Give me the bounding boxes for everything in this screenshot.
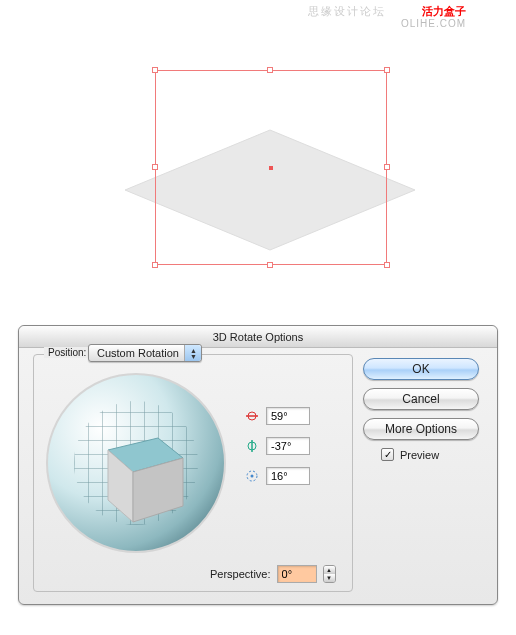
position-select-value: Custom Rotation	[97, 347, 179, 359]
x-axis-icon	[244, 408, 260, 424]
watermark-url: OLIHE.COM	[401, 18, 466, 29]
perspective-label: Perspective:	[210, 568, 271, 580]
watermark-cn: 思缘设计论坛	[308, 4, 386, 19]
perspective-stepper[interactable]: ▲ ▼	[323, 565, 336, 583]
z-axis-icon	[244, 468, 260, 484]
rotation-trackball[interactable]	[46, 373, 226, 553]
resize-handle-tl[interactable]	[152, 67, 158, 73]
stepper-down-icon[interactable]: ▼	[324, 574, 335, 582]
rotation-fieldset: Position: Custom Rotation ▲▼	[33, 354, 353, 592]
resize-handle-ml[interactable]	[152, 164, 158, 170]
resize-handle-br[interactable]	[384, 262, 390, 268]
cube-preview-icon	[88, 420, 198, 530]
cancel-button[interactable]: Cancel	[363, 388, 479, 410]
y-axis-icon	[244, 438, 260, 454]
watermark-brand: 活力盒子	[422, 4, 466, 19]
ok-button[interactable]: OK	[363, 358, 479, 380]
resize-handle-mr[interactable]	[384, 164, 390, 170]
z-rotation-input[interactable]	[266, 467, 310, 485]
position-label: Position:	[44, 347, 90, 358]
dialog-3d-rotate-options: 3D Rotate Options Position: Custom Rotat…	[18, 325, 498, 605]
perspective-input[interactable]	[277, 565, 317, 583]
x-rotation-input[interactable]	[266, 407, 310, 425]
selection-bounding-box[interactable]	[155, 70, 387, 265]
resize-handle-bl[interactable]	[152, 262, 158, 268]
resize-handle-tm[interactable]	[267, 67, 273, 73]
y-rotation-input[interactable]	[266, 437, 310, 455]
stepper-up-icon[interactable]: ▲	[324, 566, 335, 574]
selection-center-icon	[269, 166, 273, 170]
svg-point-9	[251, 475, 254, 478]
updown-arrows-icon: ▲▼	[190, 348, 197, 360]
resize-handle-tr[interactable]	[384, 67, 390, 73]
position-select[interactable]: Custom Rotation ▲▼	[88, 344, 202, 362]
preview-checkbox[interactable]: ✓	[381, 448, 394, 461]
preview-checkbox-label: Preview	[400, 449, 439, 461]
canvas-area[interactable]	[0, 30, 516, 320]
more-options-button[interactable]: More Options	[363, 418, 479, 440]
resize-handle-bm[interactable]	[267, 262, 273, 268]
